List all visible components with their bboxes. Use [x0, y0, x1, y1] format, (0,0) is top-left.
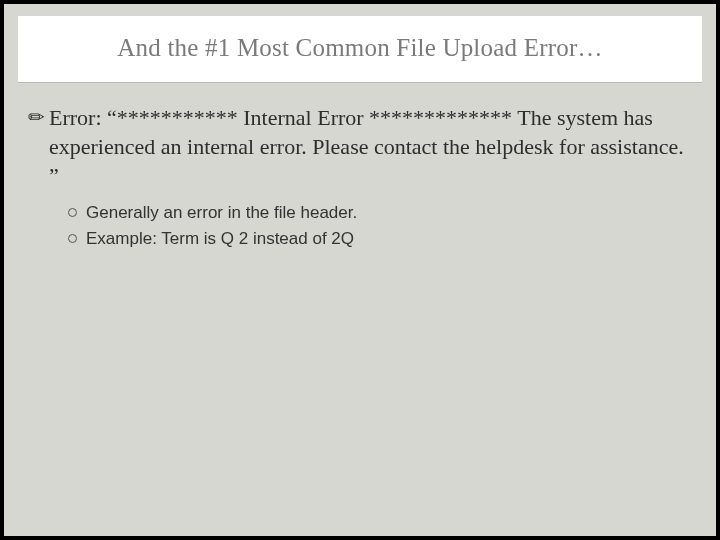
scribble-bullet-icon: ✏: [28, 103, 45, 131]
slide-title: And the #1 Most Common File Upload Error…: [38, 34, 682, 62]
sub-bullet-list: Generally an error in the file header. E…: [28, 200, 692, 251]
body-area: ✏ Error: “*********** Internal Error ***…: [4, 83, 716, 251]
main-bullet-text: Error: “*********** Internal Error *****…: [49, 103, 692, 190]
sub-bullet-text: Example: Term is Q 2 instead of 2Q: [86, 226, 354, 252]
ring-bullet-icon: [64, 234, 80, 243]
main-bullet: ✏ Error: “*********** Internal Error ***…: [28, 103, 692, 190]
slide: And the #1 Most Common File Upload Error…: [4, 4, 716, 536]
list-item: Generally an error in the file header.: [64, 200, 692, 226]
ring-bullet-icon: [64, 208, 80, 217]
list-item: Example: Term is Q 2 instead of 2Q: [64, 226, 692, 252]
title-area: And the #1 Most Common File Upload Error…: [18, 16, 702, 83]
sub-bullet-text: Generally an error in the file header.: [86, 200, 357, 226]
